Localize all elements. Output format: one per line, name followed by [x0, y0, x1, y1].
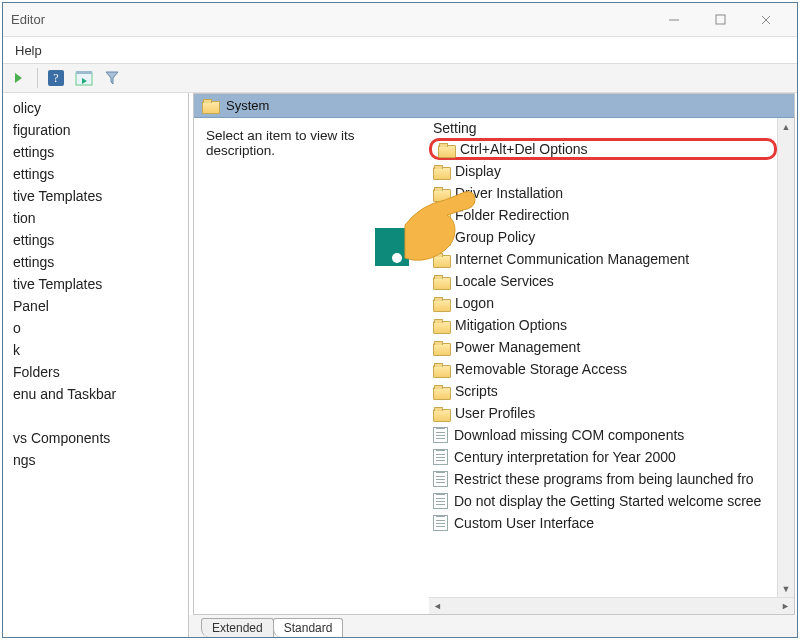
settings-list[interactable]: Setting Ctrl+Alt+Del OptionsDisplayDrive…	[429, 118, 777, 597]
setting-label: Folder Redirection	[455, 207, 569, 223]
tree-item[interactable]: Folders	[13, 361, 188, 383]
setting-label: Download missing COM components	[454, 427, 684, 443]
tree-item[interactable]: ettings	[13, 251, 188, 273]
setting-item[interactable]: Display	[429, 160, 777, 182]
minimize-button[interactable]	[651, 5, 697, 35]
setting-item[interactable]: Removable Storage Access	[429, 358, 777, 380]
setting-label: Display	[455, 163, 501, 179]
setting-item[interactable]: Ctrl+Alt+Del Options	[429, 138, 777, 160]
setting-item[interactable]: Do not display the Getting Started welco…	[429, 490, 777, 512]
svg-text:?: ?	[53, 71, 58, 85]
folder-icon	[433, 165, 449, 178]
main-header: System	[194, 94, 794, 118]
maximize-button[interactable]	[697, 5, 743, 35]
setting-label: Locale Services	[455, 273, 554, 289]
folder-icon	[202, 99, 218, 112]
content-area: olicyfigurationettingsettingstive Templa…	[3, 93, 797, 637]
tree-item[interactable]: olicy	[13, 97, 188, 119]
help-menu[interactable]: Help	[15, 43, 42, 58]
policy-icon	[433, 449, 448, 465]
title-bar: Editor	[3, 3, 797, 37]
main-pane: System Select an item to view its descri…	[189, 93, 797, 637]
setting-label: Driver Installation	[455, 185, 563, 201]
filter-icon[interactable]	[102, 68, 122, 88]
column-header-setting[interactable]: Setting	[429, 118, 777, 138]
folder-icon	[433, 187, 449, 200]
setting-item[interactable]: Internet Communication Management	[429, 248, 777, 270]
app-window: Editor Help ? olicy	[2, 2, 798, 638]
tab-standard[interactable]: Standard	[273, 618, 344, 637]
setting-label: Power Management	[455, 339, 580, 355]
settings-column: Setting Ctrl+Alt+Del OptionsDisplayDrive…	[429, 118, 794, 614]
horizontal-scrollbar[interactable]: ◄ ►	[429, 597, 794, 614]
folder-icon	[433, 253, 449, 266]
tree-item[interactable]: tive Templates	[13, 273, 188, 295]
tree-item[interactable]: tive Templates	[13, 185, 188, 207]
setting-item[interactable]: User Profiles	[429, 402, 777, 424]
forward-arrow-icon[interactable]	[9, 68, 29, 88]
setting-item[interactable]: Power Management	[429, 336, 777, 358]
svg-rect-7	[76, 71, 92, 74]
tree-item[interactable]: figuration	[13, 119, 188, 141]
svg-rect-1	[716, 15, 725, 24]
setting-item[interactable]: Restrict these programs from being launc…	[429, 468, 777, 490]
toolbar: ?	[3, 63, 797, 93]
view-tabs: Extended Standard	[189, 615, 797, 637]
folder-icon	[433, 231, 449, 244]
setting-label: Mitigation Options	[455, 317, 567, 333]
policy-icon	[433, 427, 448, 443]
folder-icon	[433, 385, 449, 398]
tree-item[interactable]: k	[13, 339, 188, 361]
setting-item[interactable]: Logon	[429, 292, 777, 314]
setting-label: Custom User Interface	[454, 515, 594, 531]
setting-item[interactable]: Group Policy	[429, 226, 777, 248]
setting-label: Internet Communication Management	[455, 251, 689, 267]
properties-icon[interactable]	[74, 68, 94, 88]
tree-item[interactable]: ettings	[13, 141, 188, 163]
vertical-scrollbar[interactable]: ▲ ▼	[777, 118, 794, 597]
folder-icon	[433, 407, 449, 420]
tab-extended[interactable]: Extended	[201, 618, 274, 637]
setting-label: Logon	[455, 295, 494, 311]
setting-label: Group Policy	[455, 229, 535, 245]
setting-item[interactable]: Century interpretation for Year 2000	[429, 446, 777, 468]
setting-label: User Profiles	[455, 405, 535, 421]
scroll-right-arrow-icon[interactable]: ►	[777, 598, 794, 615]
setting-item[interactable]: Folder Redirection	[429, 204, 777, 226]
setting-item[interactable]: Scripts	[429, 380, 777, 402]
scroll-down-arrow-icon[interactable]: ▼	[778, 580, 794, 597]
scroll-up-arrow-icon[interactable]: ▲	[778, 118, 794, 135]
setting-item[interactable]: Download missing COM components	[429, 424, 777, 446]
setting-item[interactable]: Driver Installation	[429, 182, 777, 204]
window-controls	[651, 5, 789, 35]
folder-icon	[433, 341, 449, 354]
setting-label: Do not display the Getting Started welco…	[454, 493, 761, 509]
scroll-track[interactable]	[778, 135, 794, 580]
tree-item[interactable]: enu and Taskbar	[13, 383, 188, 405]
tree-item[interactable]: ettings	[13, 229, 188, 251]
help-icon[interactable]: ?	[46, 68, 66, 88]
window-title: Editor	[11, 12, 651, 27]
description-column: Select an item to view its description.	[194, 118, 429, 614]
tree-item[interactable]: tion	[13, 207, 188, 229]
policy-icon	[433, 471, 448, 487]
tree-item[interactable]: o	[13, 317, 188, 339]
setting-item[interactable]: Mitigation Options	[429, 314, 777, 336]
setting-item[interactable]: Custom User Interface	[429, 512, 777, 534]
close-button[interactable]	[743, 5, 789, 35]
setting-label: Century interpretation for Year 2000	[454, 449, 676, 465]
folder-icon	[433, 275, 449, 288]
tree-item[interactable]: ettings	[13, 163, 188, 185]
folder-icon	[438, 143, 454, 156]
folder-icon	[433, 297, 449, 310]
tree-item[interactable]	[13, 405, 188, 427]
main-body: Select an item to view its description. …	[194, 118, 794, 614]
setting-label: Restrict these programs from being launc…	[454, 471, 754, 487]
setting-item[interactable]: Locale Services	[429, 270, 777, 292]
tree-item[interactable]: ngs	[13, 449, 188, 471]
tree-pane[interactable]: olicyfigurationettingsettingstive Templa…	[3, 93, 189, 637]
scroll-left-arrow-icon[interactable]: ◄	[429, 598, 446, 615]
tree-item[interactable]: Panel	[13, 295, 188, 317]
tree-item[interactable]: vs Components	[13, 427, 188, 449]
menu-bar: Help	[3, 37, 797, 63]
